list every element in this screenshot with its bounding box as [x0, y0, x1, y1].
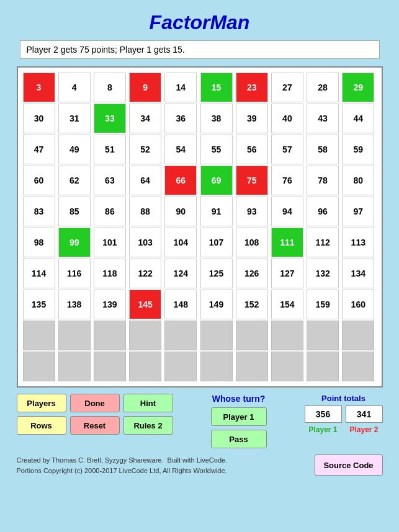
- grid-cell[interactable]: 29: [342, 73, 374, 102]
- grid-cell[interactable]: 111: [271, 228, 303, 257]
- grid-cell[interactable]: [271, 352, 303, 381]
- grid-cell[interactable]: 127: [271, 259, 303, 288]
- grid-cell[interactable]: 112: [307, 228, 339, 257]
- grid-cell[interactable]: 85: [58, 197, 91, 226]
- grid-cell[interactable]: 160: [342, 290, 374, 319]
- grid-cell[interactable]: [164, 352, 197, 381]
- grid-cell[interactable]: 75: [236, 166, 268, 195]
- grid-cell[interactable]: 58: [307, 135, 339, 164]
- grid-cell[interactable]: 122: [129, 259, 161, 288]
- grid-cell[interactable]: [271, 321, 303, 350]
- grid-cell[interactable]: [23, 352, 55, 381]
- grid-cell[interactable]: [129, 352, 161, 381]
- grid-cell[interactable]: [200, 321, 233, 350]
- grid-cell[interactable]: 3: [23, 73, 55, 102]
- grid-cell[interactable]: 28: [307, 73, 339, 102]
- grid-cell[interactable]: 31: [58, 104, 91, 133]
- grid-cell[interactable]: 27: [271, 73, 303, 102]
- reset-button[interactable]: Reset: [70, 416, 120, 435]
- grid-cell[interactable]: 33: [94, 104, 126, 133]
- grid-cell[interactable]: 52: [129, 135, 161, 164]
- grid-cell[interactable]: 108: [236, 228, 268, 257]
- grid-cell[interactable]: 135: [23, 290, 55, 319]
- grid-cell[interactable]: 59: [342, 135, 374, 164]
- grid-cell[interactable]: 114: [23, 259, 55, 288]
- grid-cell[interactable]: 149: [200, 290, 233, 319]
- grid-cell[interactable]: [342, 321, 374, 350]
- grid-cell[interactable]: 34: [129, 104, 161, 133]
- grid-cell[interactable]: 62: [58, 166, 91, 195]
- source-code-button[interactable]: Source Code: [315, 454, 383, 476]
- grid-cell[interactable]: 93: [236, 197, 268, 226]
- grid-cell[interactable]: [307, 321, 339, 350]
- grid-cell[interactable]: 8: [94, 73, 126, 102]
- grid-cell[interactable]: 91: [200, 197, 233, 226]
- grid-cell[interactable]: 39: [236, 104, 268, 133]
- grid-cell[interactable]: 60: [23, 166, 55, 195]
- grid-cell[interactable]: 83: [23, 197, 55, 226]
- grid-cell[interactable]: 118: [94, 259, 126, 288]
- grid-cell[interactable]: [164, 321, 197, 350]
- grid-cell[interactable]: 66: [164, 166, 197, 195]
- grid-cell[interactable]: 47: [23, 135, 55, 164]
- grid-cell[interactable]: 64: [129, 166, 161, 195]
- grid-cell[interactable]: [58, 352, 91, 381]
- grid-cell[interactable]: 104: [164, 228, 197, 257]
- grid-cell[interactable]: 76: [271, 166, 303, 195]
- grid-cell[interactable]: 94: [271, 197, 303, 226]
- grid-cell[interactable]: 44: [342, 104, 374, 133]
- grid-cell[interactable]: 107: [200, 228, 233, 257]
- rows-button[interactable]: Rows: [17, 416, 66, 435]
- grid-cell[interactable]: 116: [58, 259, 91, 288]
- grid-cell[interactable]: 23: [236, 73, 268, 102]
- done-button[interactable]: Done: [70, 394, 120, 412]
- players-button[interactable]: Players: [17, 394, 66, 412]
- grid-cell[interactable]: 86: [94, 197, 126, 226]
- grid-cell[interactable]: 14: [164, 73, 197, 102]
- grid-cell[interactable]: 134: [342, 259, 374, 288]
- grid-cell[interactable]: 36: [164, 104, 197, 133]
- grid-cell[interactable]: 154: [271, 290, 303, 319]
- player1-turn-button[interactable]: Player 1: [211, 407, 267, 426]
- grid-cell[interactable]: [236, 321, 268, 350]
- grid-cell[interactable]: 90: [164, 197, 197, 226]
- grid-cell[interactable]: [94, 352, 126, 381]
- grid-cell[interactable]: 145: [129, 290, 161, 319]
- grid-cell[interactable]: 132: [307, 259, 339, 288]
- grid-cell[interactable]: 51: [94, 135, 126, 164]
- grid-cell[interactable]: 63: [94, 166, 126, 195]
- hint-button[interactable]: Hint: [123, 394, 173, 412]
- grid-cell[interactable]: 69: [200, 166, 233, 195]
- grid-cell[interactable]: [307, 352, 339, 381]
- grid-cell[interactable]: 124: [164, 259, 197, 288]
- grid-cell[interactable]: 138: [58, 290, 91, 319]
- grid-cell[interactable]: 9: [129, 73, 161, 102]
- grid-cell[interactable]: 152: [236, 290, 268, 319]
- grid-cell[interactable]: 49: [58, 135, 91, 164]
- grid-cell[interactable]: 38: [200, 104, 233, 133]
- grid-cell[interactable]: 78: [307, 166, 339, 195]
- grid-cell[interactable]: [94, 321, 126, 350]
- grid-cell[interactable]: 99: [58, 228, 91, 257]
- grid-cell[interactable]: 15: [200, 73, 233, 102]
- grid-cell[interactable]: [129, 321, 161, 350]
- grid-cell[interactable]: 125: [200, 259, 233, 288]
- grid-cell[interactable]: 103: [129, 228, 161, 257]
- grid-cell[interactable]: 159: [307, 290, 339, 319]
- grid-cell[interactable]: 139: [94, 290, 126, 319]
- grid-cell[interactable]: [342, 352, 374, 381]
- grid-cell[interactable]: 54: [164, 135, 197, 164]
- grid-cell[interactable]: 56: [236, 135, 268, 164]
- rules2-button[interactable]: Rules 2: [123, 416, 173, 435]
- pass-button[interactable]: Pass: [211, 430, 267, 448]
- grid-cell[interactable]: 88: [129, 197, 161, 226]
- grid-cell[interactable]: 30: [23, 104, 55, 133]
- grid-cell[interactable]: 148: [164, 290, 197, 319]
- grid-cell[interactable]: 97: [342, 197, 374, 226]
- grid-cell[interactable]: [58, 321, 91, 350]
- grid-cell[interactable]: 113: [342, 228, 374, 257]
- grid-cell[interactable]: 55: [200, 135, 233, 164]
- grid-cell[interactable]: 96: [307, 197, 339, 226]
- grid-cell[interactable]: 40: [271, 104, 303, 133]
- grid-cell[interactable]: [23, 321, 55, 350]
